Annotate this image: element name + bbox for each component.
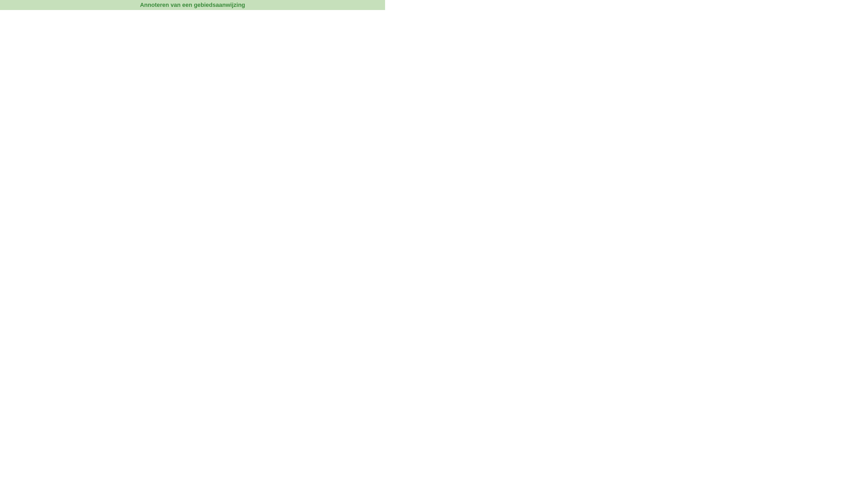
page-title: Annoteren van een gebiedsaanwijzing <box>140 2 245 8</box>
title-bar: Annoteren van een gebiedsaanwijzing <box>0 0 385 10</box>
